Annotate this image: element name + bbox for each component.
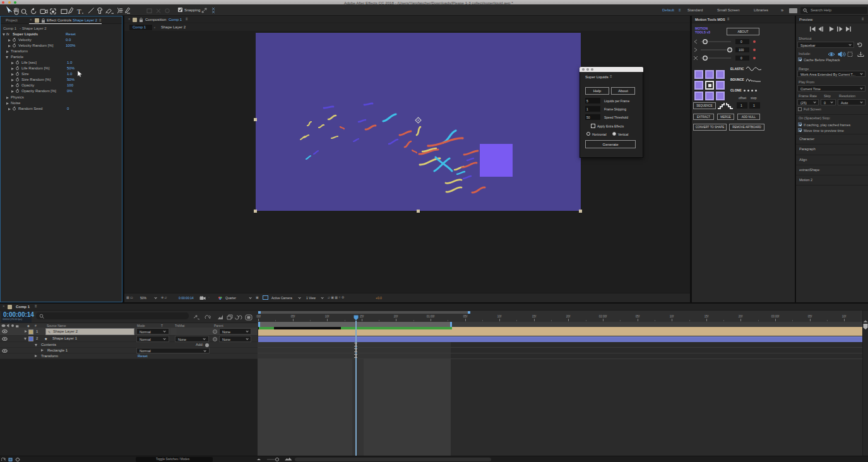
svg-text:T: T	[77, 8, 81, 15]
